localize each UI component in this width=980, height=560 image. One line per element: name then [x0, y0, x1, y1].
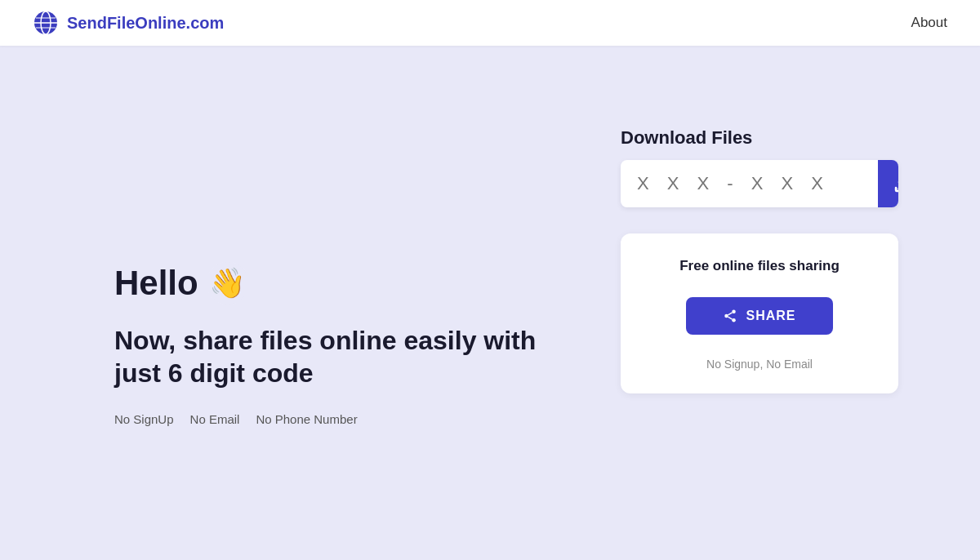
header: SendFileOnline.com About: [0, 0, 980, 46]
about-link[interactable]: About: [911, 15, 947, 31]
logo-area: SendFileOnline.com: [33, 10, 224, 36]
tagline: Now, share files online easily with just…: [114, 324, 539, 389]
hello-row: Hello 👋: [114, 262, 572, 304]
right-panel: Download Files Free online files sharing: [621, 95, 898, 527]
share-card: Free online files sharing SHARE No Signu…: [621, 233, 898, 393]
main-content: Hello 👋 Now, share files online easily w…: [0, 46, 980, 560]
feature-no-phone: No Phone Number: [256, 412, 357, 426]
svg-point-8: [733, 318, 737, 322]
wave-emoji: 👋: [207, 262, 249, 304]
share-icon: [723, 309, 737, 323]
share-card-footer: No Signup, No Email: [706, 358, 813, 371]
code-input[interactable]: [621, 160, 878, 207]
share-label: SHARE: [746, 309, 795, 323]
download-title: Download Files: [621, 127, 898, 149]
svg-point-6: [733, 310, 737, 314]
left-panel: Hello 👋 Now, share files online easily w…: [114, 95, 572, 527]
share-button[interactable]: SHARE: [686, 297, 833, 335]
globe-icon: [33, 10, 59, 36]
logo-text: SendFileOnline.com: [67, 14, 224, 33]
download-button[interactable]: [878, 160, 898, 207]
download-input-row: [621, 160, 898, 207]
download-section: Download Files: [621, 127, 898, 207]
features-row: No SignUp No Email No Phone Number: [114, 412, 572, 426]
feature-no-email: No Email: [190, 412, 240, 426]
hello-heading: Hello: [114, 264, 198, 303]
svg-line-9: [728, 317, 733, 319]
svg-line-10: [728, 313, 733, 315]
feature-no-signup: No SignUp: [114, 412, 174, 426]
share-card-title: Free online files sharing: [679, 258, 840, 274]
svg-rect-5: [896, 188, 898, 191]
svg-point-7: [725, 314, 729, 318]
download-icon: [893, 174, 898, 193]
